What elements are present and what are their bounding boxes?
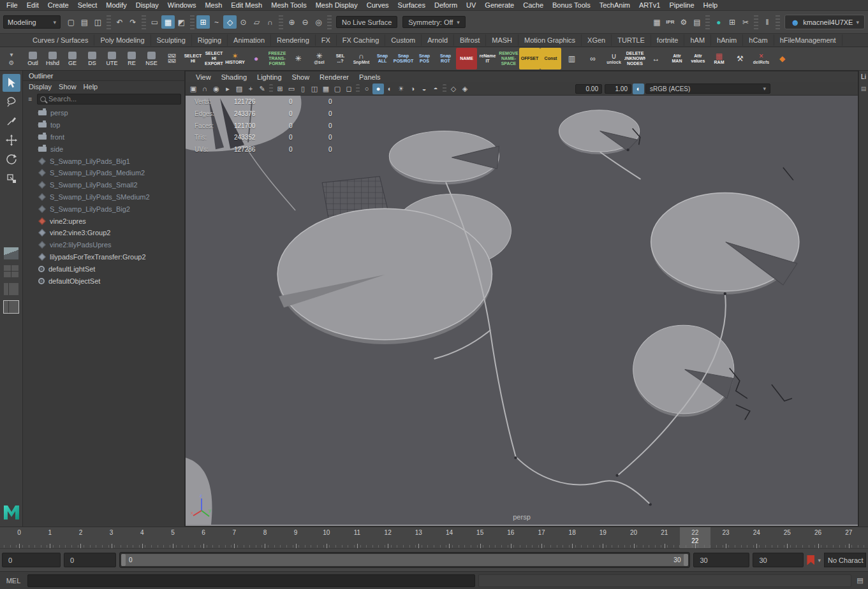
viewport-menu-item[interactable]: Shading	[216, 73, 252, 82]
bake-history-button[interactable]: ✶ HISTORY	[224, 48, 246, 69]
del-refs-button[interactable]: × delRefs	[751, 48, 772, 69]
menu-item[interactable]: Mesh Display	[311, 1, 362, 10]
shelf-tab[interactable]: Arnold	[422, 34, 454, 46]
timeline-frame[interactable]: 24 24	[741, 527, 772, 548]
select-hi-export-button[interactable]: SELECT HI EXPORT	[203, 48, 224, 69]
snap-pos-rot-button[interactable]: Snap POS/ROT	[393, 48, 414, 69]
menu-item[interactable]: Edit Mesh	[226, 1, 267, 10]
single-pane-layout-button[interactable]	[3, 247, 19, 260]
checkbox-panel-button[interactable]: ☑☑ ☑☑	[161, 48, 182, 69]
hypershade-quick-button[interactable]: Hshd	[43, 47, 63, 70]
outliner-persp-layout-button[interactable]	[3, 300, 19, 314]
shelf-tab[interactable]: fortnite	[651, 34, 685, 46]
bookmark-icon[interactable]	[807, 555, 814, 565]
shelf-gear-icon[interactable]: ⚙	[9, 60, 15, 66]
outliner-item[interactable]: persp	[23, 107, 176, 119]
statusline-icon[interactable]	[776, 15, 780, 29]
viewport-menu-item[interactable]: Lighting	[252, 73, 287, 82]
outliner-item[interactable]: defaultLightSet	[23, 263, 176, 275]
viewport-menu-item[interactable]: View	[191, 73, 216, 82]
smooth-shade-icon[interactable]: ●	[372, 84, 384, 94]
hammer-button[interactable]: ⚒	[730, 48, 751, 69]
chevron-down-icon[interactable]: ▾	[818, 557, 821, 564]
menu-item[interactable]: Windows	[163, 1, 201, 10]
snap-rot-button[interactable]: Snap ROT	[435, 48, 456, 69]
motion-blur-icon[interactable]: ◓	[430, 84, 441, 94]
menu-item[interactable]: Generate	[480, 1, 519, 10]
statusline-icon[interactable]	[190, 15, 195, 29]
pause-viewport-icon[interactable]: ‖	[760, 15, 774, 29]
snap-to-grid-icon[interactable]: ⊞	[196, 15, 210, 29]
render-current-frame-icon[interactable]: ▦	[650, 15, 663, 29]
open-scene-icon[interactable]: ▤	[78, 15, 91, 29]
statusline-icon[interactable]	[705, 15, 710, 29]
lock-camera-icon[interactable]: ∩	[199, 84, 210, 94]
shelf-tab[interactable]: XGen	[582, 34, 612, 46]
statusline-icon[interactable]	[142, 15, 146, 29]
outliner-item[interactable]: S_Swamp_LilyPads_Big2	[23, 203, 176, 215]
animation-end-field[interactable]: 30	[753, 553, 804, 567]
statusline-icon[interactable]	[107, 15, 111, 29]
safe-title-icon[interactable]: ◻	[343, 84, 355, 94]
shelf-tab[interactable]: Curves / Surfaces	[27, 34, 94, 46]
select-camera-icon[interactable]: ▣	[188, 84, 199, 94]
freeze-transforms-button[interactable]: FREEZE TRANS- FORMS	[267, 48, 288, 69]
timeline-frame[interactable]: 13 13	[403, 527, 434, 548]
ipr-render-icon[interactable]: IPR	[663, 15, 677, 29]
xray-icon[interactable]: ◈	[459, 84, 471, 94]
ute-quick-button[interactable]: UTE	[102, 47, 122, 70]
image-plane-icon[interactable]: ▨	[233, 84, 245, 94]
sel-query-button[interactable]: SEL ...?	[330, 48, 351, 69]
shelf-tab[interactable]: Bifrost	[454, 34, 486, 46]
timeline-frame[interactable]: 11 11	[342, 527, 372, 548]
statusline-icon[interactable]	[327, 15, 332, 29]
ambient-occlusion-icon[interactable]: ◒	[418, 84, 430, 94]
timeline-frame[interactable]: 5 5	[158, 527, 188, 548]
exposure-field[interactable]: 0.00	[575, 84, 602, 94]
viewport-menu-item[interactable]: Panels	[354, 73, 386, 82]
user-account-menu[interactable]: ☻ kmacneil4U7XE ▾	[784, 15, 865, 29]
grease-pencil-icon[interactable]: ✎	[256, 84, 268, 94]
right-panel-tab-label[interactable]: Li	[861, 73, 866, 80]
camera-attributes-icon[interactable]: ◉	[210, 84, 222, 94]
star-button[interactable]: ✳	[288, 48, 309, 69]
live-surface-field[interactable]: No Live Surface	[336, 16, 397, 28]
playback-end-field[interactable]: 30	[693, 553, 749, 567]
name-button[interactable]: NAME	[456, 48, 477, 69]
shelf-tab[interactable]: hFileManagement	[774, 34, 842, 46]
timeline-frame[interactable]: 18 18	[557, 527, 587, 548]
material-sphere-button[interactable]: ●	[246, 48, 267, 69]
timeline-frame[interactable]: 8 8	[249, 527, 280, 548]
menu-item[interactable]: Deform	[430, 1, 462, 10]
timeline-frame[interactable]: 3 3	[96, 527, 127, 548]
timeline-frame[interactable]: 4 4	[127, 527, 158, 548]
menu-item[interactable]: ARTv1	[635, 1, 665, 10]
time-slider[interactable]: 0 0 1 1 2 2 3 3 4	[0, 527, 868, 548]
input-connections-icon[interactable]: ⊕	[285, 15, 298, 29]
star-sel-button[interactable]: ✳ @sel	[309, 48, 330, 69]
timeline-frame[interactable]: 27 27	[834, 527, 864, 548]
lasso-select-tool[interactable]	[3, 93, 20, 111]
menu-item[interactable]: Pipeline	[665, 1, 698, 10]
shelf-tab[interactable]: hAnim	[711, 34, 743, 46]
menu-item[interactable]: UV	[462, 1, 480, 10]
timeline-frame[interactable]: 20 20	[618, 527, 649, 548]
shelf-tab[interactable]: Rendering	[271, 34, 316, 46]
outliner-item[interactable]: top	[23, 119, 176, 131]
outliner-quick-button[interactable]: Outl	[23, 47, 43, 70]
menu-item[interactable]: Cache	[519, 1, 548, 10]
statusline-icon[interactable]	[279, 15, 283, 29]
timeline-frame[interactable]: 19 19	[587, 527, 618, 548]
right-panel-strip[interactable]: Li ▤	[858, 71, 868, 527]
save-scene-icon[interactable]: ◫	[91, 15, 105, 29]
textured-icon[interactable]: ◐	[384, 84, 395, 94]
menu-item[interactable]: Help	[699, 1, 723, 10]
command-input[interactable]	[27, 574, 475, 587]
menu-item[interactable]: Curves	[362, 1, 394, 10]
snap-to-projected-center-icon[interactable]: ⊙	[237, 15, 250, 29]
outliner-menu-item[interactable]: Show	[59, 82, 81, 91]
timeline-frame[interactable]: 2 2	[65, 527, 96, 548]
script-editor-icon[interactable]: ▤	[855, 575, 865, 586]
select-tool[interactable]	[3, 74, 20, 92]
viewport-menu-item[interactable]: Renderer	[314, 73, 354, 82]
